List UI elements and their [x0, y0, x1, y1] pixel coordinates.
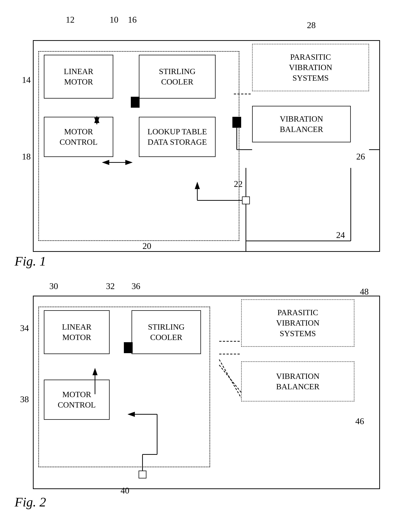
- parasitic-vibration-box-2: PARASITIC VIBRATION SYSTEMS: [241, 299, 354, 347]
- vibration-balancer-box-2: VIBRATION BALANCER: [241, 361, 354, 401]
- lookup-table-box-1: LOOKUP TABLE DATA STORAGE: [139, 117, 216, 157]
- ref-14: 14: [22, 75, 31, 85]
- stirling-cooler-box-2: STIRLING COOLER: [131, 310, 201, 354]
- ref-18: 18: [22, 152, 31, 162]
- ref-32: 32: [106, 281, 115, 291]
- stirling-cooler-box-1: STIRLING COOLER: [139, 55, 216, 99]
- motor-control-box-1: MOTOR CONTROL: [44, 117, 113, 157]
- ref-34: 34: [20, 323, 29, 333]
- ref-30: 30: [49, 281, 58, 291]
- parasitic-vibration-box-1: PARASITIC VIBRATION SYSTEMS: [252, 44, 369, 91]
- figure-2-container: Fig. 2 30 32 36 48 34 38 40 46 LINEAR MO…: [15, 281, 384, 511]
- linear-motor-box-1: LINEAR MOTOR: [44, 55, 113, 99]
- ref-16: 16: [128, 15, 137, 25]
- page: Fig. 1 12 10 16 28 14 18 20 22 24 26 LIN…: [0, 0, 399, 532]
- ref-36: 36: [131, 281, 140, 291]
- ref-48: 48: [360, 286, 369, 297]
- figure-1-container: Fig. 1 12 10 16 28 14 18 20 22 24 26 LIN…: [15, 15, 384, 259]
- fig1-label: Fig. 1: [15, 254, 46, 269]
- ref-12: 12: [66, 15, 75, 25]
- ref-38: 38: [20, 394, 29, 404]
- motor-control-box-2: MOTOR CONTROL: [44, 380, 110, 420]
- vibration-balancer-box-1: VIBRATION BALANCER: [252, 106, 351, 142]
- linear-motor-box-2: LINEAR MOTOR: [44, 310, 110, 354]
- ref-28: 28: [307, 20, 316, 30]
- fig2-label: Fig. 2: [15, 494, 46, 510]
- ref-10: 10: [110, 15, 118, 25]
